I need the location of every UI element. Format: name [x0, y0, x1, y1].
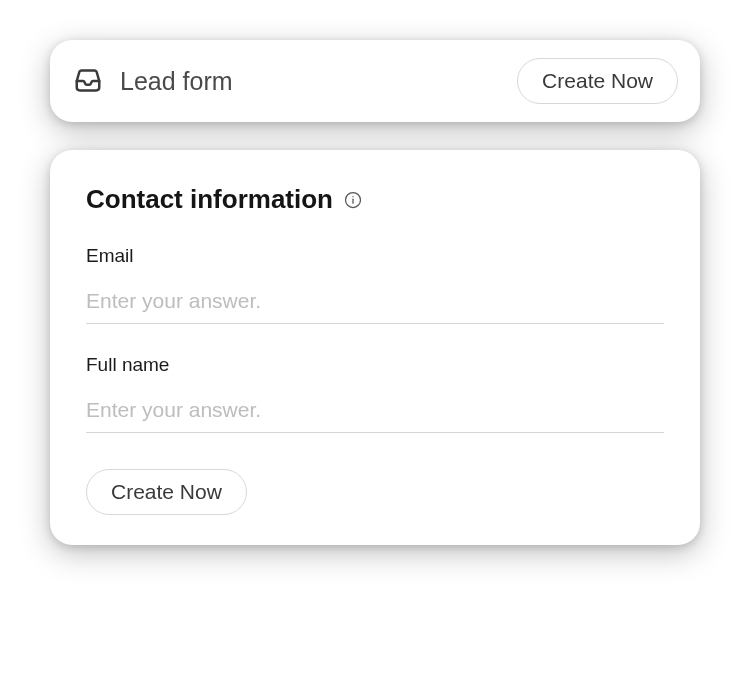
contact-information-card: Contact information Email Full name Crea…	[50, 150, 700, 545]
svg-point-2	[352, 196, 353, 197]
full-name-label: Full name	[86, 354, 664, 376]
form-heading-row: Contact information	[86, 184, 664, 215]
inbox-icon	[72, 65, 104, 97]
lead-form-title: Lead form	[120, 67, 233, 96]
full-name-field-group: Full name	[86, 354, 664, 433]
info-icon[interactable]	[343, 190, 363, 210]
create-now-form-button[interactable]: Create Now	[86, 469, 247, 515]
email-input[interactable]	[86, 283, 664, 324]
full-name-input[interactable]	[86, 392, 664, 433]
header-left: Lead form	[72, 65, 233, 97]
create-now-header-button[interactable]: Create Now	[517, 58, 678, 104]
lead-form-header-card: Lead form Create Now	[50, 40, 700, 122]
email-field-group: Email	[86, 245, 664, 324]
contact-information-heading: Contact information	[86, 184, 333, 215]
form-actions: Create Now	[86, 469, 664, 515]
email-label: Email	[86, 245, 664, 267]
